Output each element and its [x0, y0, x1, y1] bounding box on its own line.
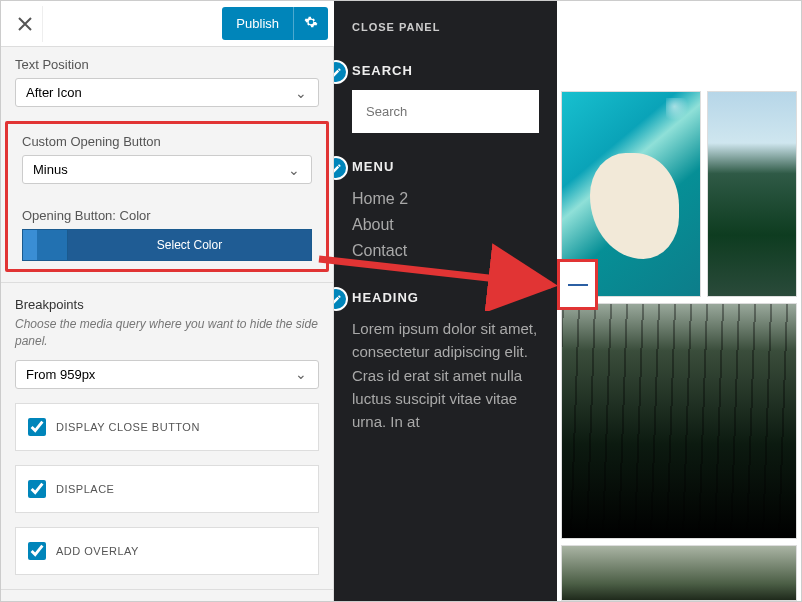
edit-search-button[interactable] — [334, 60, 348, 84]
displace-option[interactable]: DISPLACE — [15, 465, 319, 513]
pencil-icon — [334, 294, 342, 305]
publish-button[interactable]: Publish — [222, 7, 293, 40]
pencil-icon — [334, 163, 342, 174]
custom-opening-button-select[interactable]: Minus — [22, 155, 312, 184]
close-customizer-button[interactable] — [7, 6, 43, 42]
search-input[interactable] — [352, 90, 539, 133]
panel-position-label: Panel Position — [1, 589, 333, 601]
text-position-select[interactable]: After Icon — [15, 78, 319, 107]
color-swatch[interactable] — [22, 229, 68, 261]
search-section-title: SEARCH — [352, 63, 539, 78]
add-overlay-checkbox[interactable] — [28, 542, 46, 560]
close-icon — [18, 17, 32, 31]
heading-section-title: HEADING — [352, 290, 539, 305]
display-close-button-checkbox[interactable] — [28, 418, 46, 436]
highlight-region: Custom Opening Button Minus ⌄ Opening Bu… — [5, 121, 329, 272]
breakpoints-select[interactable]: From 959px — [15, 360, 319, 389]
custom-opening-button-label: Custom Opening Button — [8, 124, 326, 155]
edit-heading-button[interactable] — [334, 287, 348, 311]
opening-button-color-label: Opening Button: Color — [8, 198, 326, 229]
menu-item[interactable]: Home 2 — [352, 186, 539, 212]
display-close-button-label: DISPLAY CLOSE BUTTON — [56, 421, 200, 433]
edit-menu-button[interactable] — [334, 156, 348, 180]
heading-body-text: Lorem ipsum dolor sit amet, consectetur … — [352, 317, 539, 433]
breakpoints-description: Choose the media query where you want to… — [1, 316, 333, 360]
gallery-tile[interactable] — [707, 91, 797, 297]
publish-settings-button[interactable] — [293, 7, 328, 40]
minus-icon — [568, 284, 588, 286]
side-panel-preview: CLOSE PANEL SEARCH MENU Home 2 About Con… — [334, 1, 557, 601]
select-color-button[interactable]: Select Color — [68, 229, 312, 261]
text-position-label: Text Position — [1, 47, 333, 78]
breakpoints-label: Breakpoints — [1, 282, 333, 316]
gear-icon — [304, 15, 318, 29]
display-close-button-option[interactable]: DISPLAY CLOSE BUTTON — [15, 403, 319, 451]
add-overlay-label: ADD OVERLAY — [56, 545, 139, 557]
gallery-tile[interactable] — [561, 303, 797, 539]
pencil-icon — [334, 67, 342, 78]
close-panel-label[interactable]: CLOSE PANEL — [352, 15, 539, 63]
gallery-tile[interactable] — [561, 545, 797, 601]
add-overlay-option[interactable]: ADD OVERLAY — [15, 527, 319, 575]
displace-label: DISPLACE — [56, 483, 114, 495]
displace-checkbox[interactable] — [28, 480, 46, 498]
menu-item[interactable]: About — [352, 212, 539, 238]
panel-opening-button[interactable] — [557, 259, 598, 310]
menu-section-title: MENU — [352, 159, 539, 174]
customizer-panel: Text Position After Icon ⌄ Custom Openin… — [1, 47, 334, 601]
menu-item[interactable]: Contact — [352, 238, 539, 264]
